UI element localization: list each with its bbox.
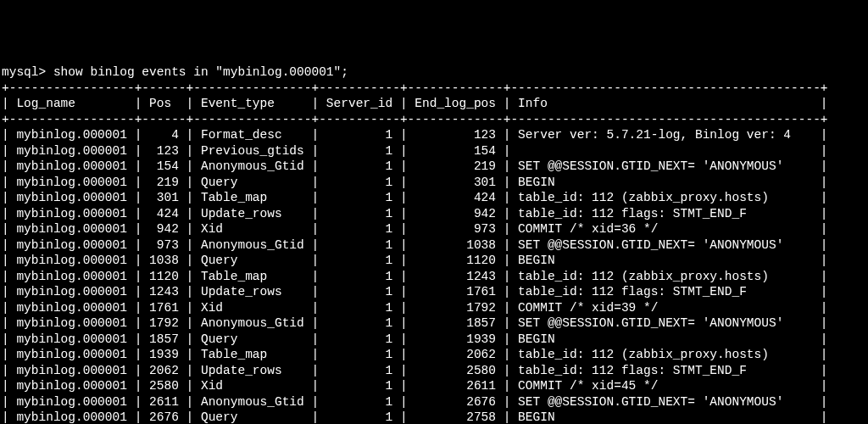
- table-border-mid: +-----------------+------+--------------…: [2, 113, 828, 126]
- terminal-output: mysql> show binlog events in "mybinlog.0…: [0, 47, 868, 425]
- table-border-top: +-----------------+------+--------------…: [2, 81, 828, 95]
- table-body: | mybinlog.000001 | 4 | Format_desc | 1 …: [2, 127, 866, 424]
- mysql-prompt: mysql>: [2, 65, 53, 79]
- sql-command: show binlog events in "mybinlog.000001";: [53, 65, 348, 79]
- table-header-row: | Log_name | Pos | Event_type | Server_i…: [2, 97, 828, 110]
